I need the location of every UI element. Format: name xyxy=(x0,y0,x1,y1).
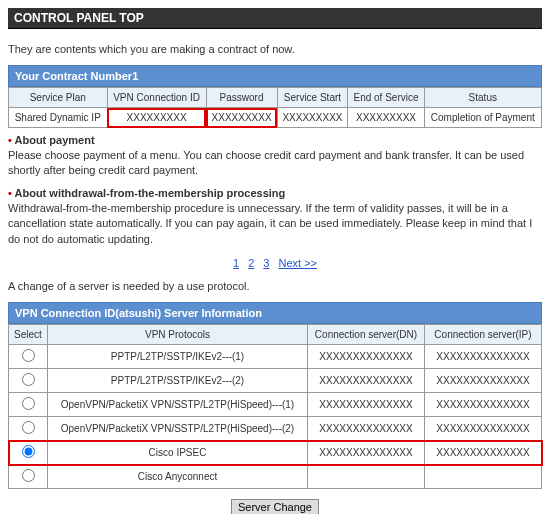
select-radio[interactable] xyxy=(22,373,35,386)
pagination: 1 2 3 Next >> xyxy=(8,257,542,269)
select-radio[interactable] xyxy=(22,397,35,410)
contract-table: Service Plan VPN Connection ID Password … xyxy=(8,87,542,128)
col-protocols: VPN Protocols xyxy=(48,325,308,345)
server-table: Select VPN Protocols Connection server(D… xyxy=(8,324,542,489)
cell-ip: XXXXXXXXXXXXXX xyxy=(425,345,542,369)
select-radio[interactable] xyxy=(22,421,35,434)
table-row: Cisco IPSECXXXXXXXXXXXXXXXXXXXXXXXXXXXX xyxy=(9,441,542,465)
cell-pw: XXXXXXXXX xyxy=(206,108,277,128)
about-withdrawal-body: Withdrawal-from-the-membership procedure… xyxy=(8,201,542,247)
intro-text: They are contents which you are making a… xyxy=(8,43,542,55)
table-row: OpenVPN/PacketiX VPN/SSTP/L2TP(HiSpeed)-… xyxy=(9,393,542,417)
cell-dn: XXXXXXXXXXXXXX xyxy=(308,417,425,441)
page-title: CONTROL PANEL TOP xyxy=(14,11,144,25)
server-change-button[interactable]: Server Change xyxy=(231,499,319,514)
cell-protocol: Cisco IPSEC xyxy=(48,441,308,465)
col-end: End of Service xyxy=(348,88,424,108)
col-pw: Password xyxy=(206,88,277,108)
cell-ip: XXXXXXXXXXXXXX xyxy=(425,417,542,441)
cell-ip: XXXXXXXXXXXXXX xyxy=(425,393,542,417)
bullet-icon: • xyxy=(8,187,12,199)
cell-dn: XXXXXXXXXXXXXX xyxy=(308,345,425,369)
page-3-link[interactable]: 3 xyxy=(263,257,269,269)
cell-ip: XXXXXXXXXXXXXX xyxy=(425,441,542,465)
col-ip: Connection server(IP) xyxy=(425,325,542,345)
cell-protocol: OpenVPN/PacketiX VPN/SSTP/L2TP(HiSpeed)-… xyxy=(48,393,308,417)
about-payment-body: Please choose payment of a menu. You can… xyxy=(8,148,542,179)
page-1-link[interactable]: 1 xyxy=(233,257,239,269)
cell-dn: XXXXXXXXXXXXXX xyxy=(308,393,425,417)
select-radio[interactable] xyxy=(22,445,35,458)
col-plan: Service Plan xyxy=(9,88,108,108)
table-row: PPTP/L2TP/SSTP/IKEv2---(2)XXXXXXXXXXXXXX… xyxy=(9,369,542,393)
page-2-link[interactable]: 2 xyxy=(248,257,254,269)
cell-dn: XXXXXXXXXXXXXX xyxy=(308,441,425,465)
cell-protocol: PPTP/L2TP/SSTP/IKEv2---(2) xyxy=(48,369,308,393)
cell-protocol: OpenVPN/PacketiX VPN/SSTP/L2TP(HiSpeed)-… xyxy=(48,417,308,441)
table-row: Shared Dynamic IP XXXXXXXXX XXXXXXXXX XX… xyxy=(9,108,542,128)
select-radio[interactable] xyxy=(22,349,35,362)
cell-status: Completion of Payment xyxy=(424,108,541,128)
page-next-link[interactable]: Next >> xyxy=(279,257,318,269)
table-row: Cisco Anyconnect xyxy=(9,465,542,489)
col-status: Status xyxy=(424,88,541,108)
protocol-note: A change of a server is needed by a use … xyxy=(8,279,542,294)
col-start: Service Start xyxy=(277,88,348,108)
cell-vpn: XXXXXXXXX xyxy=(107,108,206,128)
select-radio[interactable] xyxy=(22,469,35,482)
about-withdrawal-head: • About withdrawal-from-the-membership p… xyxy=(8,187,542,199)
about-payment-head: • About payment xyxy=(8,134,542,146)
cell-protocol: Cisco Anyconnect xyxy=(48,465,308,489)
cell-end: XXXXXXXXX xyxy=(348,108,424,128)
contract-header: Your Contract Number1 xyxy=(8,65,542,87)
cell-start: XXXXXXXXX xyxy=(277,108,348,128)
table-row: OpenVPN/PacketiX VPN/SSTP/L2TP(HiSpeed)-… xyxy=(9,417,542,441)
cell-dn: XXXXXXXXXXXXXX xyxy=(308,369,425,393)
table-row: PPTP/L2TP/SSTP/IKEv2---(1)XXXXXXXXXXXXXX… xyxy=(9,345,542,369)
cell-plan: Shared Dynamic IP xyxy=(9,108,108,128)
col-dn: Connection server(DN) xyxy=(308,325,425,345)
cell-ip: XXXXXXXXXXXXXX xyxy=(425,369,542,393)
bullet-icon: • xyxy=(8,134,12,146)
cell-dn xyxy=(308,465,425,489)
col-select: Select xyxy=(9,325,48,345)
cell-ip xyxy=(425,465,542,489)
col-vpn: VPN Connection ID xyxy=(107,88,206,108)
page-title-bar: CONTROL PANEL TOP xyxy=(8,8,542,29)
cell-protocol: PPTP/L2TP/SSTP/IKEv2---(1) xyxy=(48,345,308,369)
server-header: VPN Connection ID(atsushi) Server Inform… xyxy=(8,302,542,324)
